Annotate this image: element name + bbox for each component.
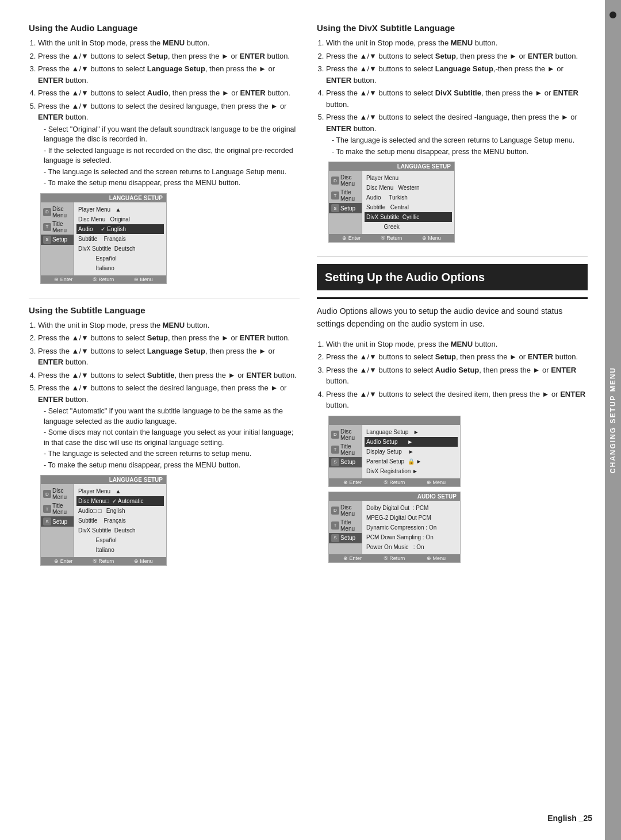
screen-menu-title: T Title Menu [329,442,362,457]
step-item: Press the ▲/▼ buttons to select Subtitle… [38,370,300,381]
screen-right-item: Subtitle Français [76,516,164,526]
screen-right-item: Disc Menu□ ✓ Automatic [76,496,164,506]
audio-options-title: Setting Up the Audio Options [325,270,580,285]
divx-subtitle-screen: LANGUAGE SETUP D Disc Menu T Title Menu [328,162,455,243]
screen-right-item: Español [76,254,164,263]
step-item: Press the ▲/▼ buttons to select Audio Se… [326,365,588,387]
step-item: Press the ▲/▼ buttons to select Setup, t… [326,351,588,363]
subtitle-language-section: Using the Subtitle Language With the uni… [29,305,300,566]
subtitle-language-screen: LANGUAGE SETUP D Disc Menu T Title Menu [40,475,167,566]
screen-right-item: Player Menu ▲ [76,486,164,496]
audio-language-section: Using the Audio Language With the unit i… [29,23,300,284]
screen-menu-setup: S Setup [41,516,74,527]
screen-menu-title: T Title Menu [329,188,362,203]
disc-icon: D [331,507,339,515]
step-item: Press the ▲/▼ buttons to select Language… [38,346,300,368]
screen-menu-setup: S Setup [329,533,362,543]
screen-right-item: Italiano [76,263,164,273]
screen-right-item: Disc Menu Original [76,214,164,224]
screen-left-menu: D Disc Menu T Title Menu S Setup [329,501,362,554]
disc-icon: D [43,490,51,498]
disc-icon: D [331,177,339,185]
step-item: Press the ▲/▼ buttons to select the desi… [38,382,300,470]
audio-language-steps: With the unit in Stop mode, press the ME… [29,37,300,189]
screen-right-menu: Player Menu Disc Menu Western Audio Turk… [362,171,454,234]
note-item: The language is selected and the screen … [44,167,300,178]
subtitle-language-notes: Select "Automatic" if you want the subti… [38,406,300,470]
screen-left-menu: D Disc Menu T Title Menu S Setup [41,202,74,275]
setup-icon: S [331,458,339,466]
screen-left-menu: D Disc Menu T Title Menu S Setup [329,171,362,234]
screen-header: LANGUAGE SETUP [41,194,166,202]
title-icon: T [331,191,339,200]
divx-subtitle-notes: The language is selected and the screen … [326,136,588,157]
step-item: With the unit in Stop mode, press the ME… [38,320,300,331]
audio-options-header: Setting Up the Audio Options [317,264,588,290]
screen-right-menu: Dolby Digital Out : PCM MPEG-2 Digital O… [362,501,460,554]
screen-right-item: DivX Subtitle Deutsch [76,244,164,254]
note-item: Select "Automatic" if you want the subti… [44,406,300,427]
screen-right-item: MPEG-2 Digital Out PCM [365,513,458,523]
subtitle-language-title: Using the Subtitle Language [29,305,300,315]
setup-icon: S [43,517,51,526]
sidebar-tab-label: CHANGING SETUP MENU [609,367,617,473]
subtitle-language-steps: With the unit in Stop mode, press the ME… [29,320,300,471]
screen-header: LANGUAGE SETUP [329,162,454,171]
sidebar-dot [610,11,616,18]
divx-subtitle-section: Using the DivX Subtitle Language With th… [317,23,588,243]
screen-right-item: Audio Setup ► [365,437,458,447]
left-col: Using the Audio Language With the unit i… [29,23,300,580]
title-icon: T [43,223,51,231]
screen-right-menu: Player Menu ▲ Disc Menu Original Audio ✓… [74,202,166,275]
screen-menu-setup: S Setup [41,235,74,245]
step-item: Press the ▲/▼ buttons to select the desi… [38,101,300,189]
screen-body: D Disc Menu T Title Menu S Setup [329,501,460,554]
disc-icon: D [43,208,51,216]
step-item: Press the ▲/▼ buttons to select Audio, t… [38,87,300,99]
title-icon: T [331,446,339,454]
screen-menu-title: T Title Menu [41,501,74,516]
note-item: The language is selected and the screen … [332,136,588,146]
screen-right-menu: Language Setup ► Audio Setup ► Display S… [362,425,460,478]
audio-options-description: Audio Options allows you to setup the au… [317,305,588,331]
screen-right-item: Language Setup ► [365,427,458,437]
screen-right-item: DivX Registration ► [365,466,458,476]
setup-icon: S [43,236,51,244]
screen-right-item: DivX Subtitle Cyrillic [365,212,452,222]
note-item: The language is selected and the screen … [44,449,300,459]
screen-body: D Disc Menu T Title Menu S Setup [329,171,454,234]
screen-header: LANGUAGE SETUP [41,475,166,484]
screen-body: D Disc Menu T Title Menu S Setup [329,425,460,478]
screen-right-item: Español [76,535,164,545]
screen-right-item: Audio□ □ English [76,506,164,516]
screen-menu-setup: S Setup [329,457,362,467]
step-item: Press the ▲/▼ buttons to select DivX Sub… [326,87,588,110]
note-item: If the selected language is not recorded… [44,146,300,166]
screen-right-menu: Player Menu ▲ Disc Menu□ ✓ Automatic Aud… [74,484,166,557]
step-item: Press the ▲/▼ buttons to select the desi… [326,112,588,157]
screen-right-item: DivX Subtitle Deutsch [76,526,164,535]
audio-options-section: Setting Up the Audio Options Audio Optio… [317,264,588,563]
screen-right-item: Italiano [76,545,164,555]
screen-right-item: PCM Down Sampling : On [365,532,458,542]
screen-right-item: Disc Menu Western [365,183,452,193]
setup-icon: S [331,204,339,212]
audio-options-steps: With the unit in Stop mode, press the ME… [317,339,588,411]
step-item: With the unit in Stop mode, press the ME… [326,37,588,49]
screen-menu-disc: D Disc Menu [329,503,362,518]
note-item: Some discs may not contain the language … [44,428,300,448]
screen-right-item: Parental Setup 🔒 ► [365,457,458,466]
screen-right-item: Subtitle Central [365,202,452,212]
screen-menu-disc: D Disc Menu [329,173,362,188]
screen-menu-title: T Title Menu [41,220,74,235]
page-container: Using the Audio Language With the unit i… [0,0,621,840]
step-item: Press the ▲/▼ buttons to select Setup, t… [326,51,588,62]
screen-menu-title: T Title Menu [329,518,362,533]
screen-right-item: Display Setup ► [365,447,458,457]
screen-footer: ⊕ Enter ⑤ Return ⊕ Menu [329,234,454,242]
main-content: Using the Audio Language With the unit i… [0,0,605,840]
step-item: With the unit in Stop mode, press the ME… [326,339,588,350]
screen-body: D Disc Menu T Title Menu S Setup [41,202,166,275]
note-item: Select "Original" if you want the defaul… [44,125,300,145]
divider [317,256,588,257]
